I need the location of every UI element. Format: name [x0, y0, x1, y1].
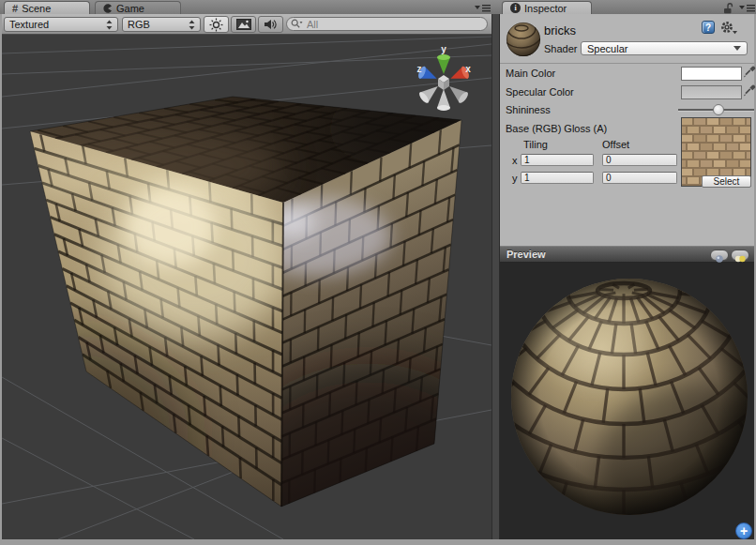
inspector-panel: bricks Shader Specular ? Main Color Spec…: [500, 14, 754, 246]
shader-dropdown[interactable]: Specular: [581, 41, 748, 55]
preview-title: Preview: [507, 249, 546, 260]
shininess-label: Shininess: [506, 104, 551, 115]
tiling-x-field[interactable]: [521, 154, 594, 166]
material-preview-sphere[interactable]: [500, 263, 754, 539]
sun-icon: [209, 18, 223, 32]
gizmo-y-label: y: [441, 44, 446, 54]
top-tab-bar: # Scene Game i Inspector: [0, 0, 756, 14]
unity-window: # Scene Game i Inspector Textured RGB: [0, 0, 756, 545]
inspector-info-icon: i: [510, 3, 521, 13]
main-color-label: Main Color: [506, 68, 555, 79]
preview-header: Preview: [500, 246, 754, 263]
material-preview-icon: [506, 22, 541, 57]
scene-3d-view[interactable]: yxz: [2, 35, 491, 539]
help-button[interactable]: ?: [702, 21, 715, 34]
scene-toolbar: Textured RGB: [2, 14, 491, 35]
tab-game-label: Game: [116, 3, 144, 14]
main-color-swatch[interactable]: [681, 67, 742, 81]
row-y-label: y: [512, 173, 518, 184]
base-map-label: Base (RGB) Gloss (A): [506, 123, 607, 134]
image-icon: [236, 19, 251, 30]
offset-header: Offset: [602, 139, 629, 150]
scene-search-field[interactable]: [286, 17, 488, 31]
offset-y-field[interactable]: [602, 172, 677, 184]
game-icon: [103, 4, 113, 13]
eyedropper-icon[interactable]: [744, 84, 756, 98]
preview-body: +: [500, 263, 754, 539]
updown-arrows-icon: [189, 20, 195, 30]
tab-inspector[interactable]: i Inspector: [502, 1, 592, 14]
tab-scene[interactable]: # Scene: [4, 1, 90, 14]
specular-color-swatch[interactable]: [681, 85, 742, 99]
shininess-slider[interactable]: [678, 103, 754, 116]
separator: [500, 63, 754, 64]
speaker-icon: [264, 19, 278, 30]
orientation-gizmo[interactable]: yxz: [416, 44, 471, 111]
draw-mode-dropdown[interactable]: Textured: [4, 17, 118, 32]
tab-game[interactable]: Game: [95, 1, 181, 14]
slider-thumb[interactable]: [713, 104, 724, 115]
scene-skybox-toggle[interactable]: [231, 16, 256, 33]
help-icon: ?: [705, 23, 711, 33]
scene-viewport[interactable]: yxz: [2, 35, 491, 539]
shader-value: Specular: [587, 43, 627, 54]
tab-inspector-label: Inspector: [524, 3, 567, 14]
draw-mode-value: Textured: [9, 19, 49, 30]
scene-lighting-toggle[interactable]: [204, 16, 229, 33]
texture-select-button[interactable]: Select: [702, 175, 751, 188]
inspector-panel-menu-icon[interactable]: [739, 4, 755, 12]
chevron-down-icon: [733, 46, 741, 51]
specular-color-label: Specular Color: [506, 86, 574, 98]
updown-arrows-icon: [106, 20, 113, 30]
preview-lighting-button[interactable]: [731, 250, 749, 261]
add-button[interactable]: +: [735, 522, 752, 539]
eyedropper-icon[interactable]: [744, 66, 756, 80]
scene-panel-menu-icon[interactable]: [475, 4, 491, 12]
shader-label: Shader: [544, 43, 577, 54]
tiling-header: Tiling: [523, 139, 548, 150]
tiling-y-field[interactable]: [521, 172, 594, 184]
material-name: bricks: [544, 23, 576, 38]
plus-icon: +: [740, 523, 748, 538]
search-icon: [291, 19, 303, 29]
brick-cube[interactable]: [2, 91, 491, 539]
gizmo-z-label: z: [417, 64, 422, 74]
preview-mesh-button[interactable]: [710, 250, 729, 261]
gizmo-x-label: x: [465, 64, 471, 74]
row-x-label: x: [512, 155, 518, 166]
search-input[interactable]: [305, 18, 483, 31]
panel-divider[interactable]: [491, 14, 500, 539]
render-mode-value: RGB: [128, 19, 150, 30]
gear-dropdown-arrow-icon: [733, 31, 737, 34]
lock-icon[interactable]: [723, 3, 734, 14]
scene-grid-icon: #: [12, 3, 18, 14]
scene-audio-toggle[interactable]: [258, 16, 283, 33]
gear-menu-button[interactable]: [720, 21, 737, 35]
render-mode-dropdown[interactable]: RGB: [122, 17, 201, 32]
tab-scene-label: Scene: [22, 3, 51, 14]
offset-x-field[interactable]: [602, 154, 677, 166]
